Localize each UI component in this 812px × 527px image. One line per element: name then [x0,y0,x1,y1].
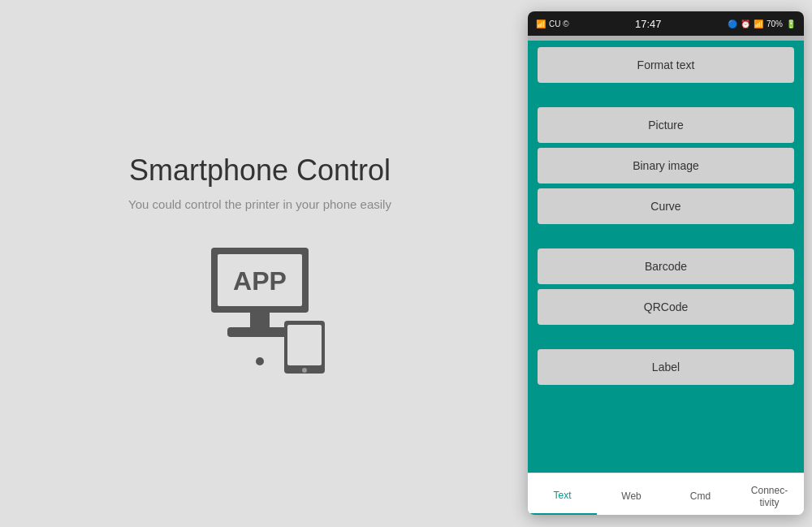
battery-text: 70% [767,19,783,28]
top-section: Format text [538,47,794,88]
svg-rect-7 [287,325,322,365]
phone-container: 📶 CU © 17:47 🔵 ⏰ 📶 70% 🔋 Format text [520,0,812,527]
svg-point-5 [256,357,264,365]
app-icon: APP [187,244,333,374]
mid-section: Picture Binary image Curve [538,107,794,229]
bottom-nav: Text Web Cmd Connec-tivity [528,473,804,515]
svg-text:APP: APP [233,266,287,296]
qrcode-button[interactable]: QRCode [538,289,794,325]
format-text-button[interactable]: Format text [538,47,794,83]
barcode-button[interactable]: Barcode [538,248,794,284]
svg-rect-3 [250,313,270,327]
svg-rect-4 [227,327,292,337]
status-bar: 📶 CU © 17:47 🔵 ⏰ 📶 70% 🔋 [528,11,804,36]
nav-connectivity[interactable]: Connec-tivity [735,473,804,515]
curve-button[interactable]: Curve [538,188,794,224]
app-title: Smartphone Control [129,153,391,188]
spacer-3 [538,336,794,349]
nav-text[interactable]: Text [528,473,597,515]
picture-button[interactable]: Picture [538,107,794,143]
wifi-icon: 📶 [754,19,763,28]
signal-icon: 📶 [536,19,546,28]
nav-cmd-label: Cmd [690,490,710,502]
nav-cmd[interactable]: Cmd [666,473,735,515]
phone: 📶 CU © 17:47 🔵 ⏰ 📶 70% 🔋 Format text [528,11,804,515]
binary-image-button[interactable]: Binary image [538,148,794,184]
app-subtitle: You could control the printer in your ph… [128,197,391,211]
bluetooth-icon: 🔵 [728,19,737,28]
left-panel: Smartphone Control You could control the… [0,121,520,406]
status-right: 🔵 ⏰ 📶 70% 🔋 [728,19,796,28]
code-section: Barcode QRCode [538,248,794,330]
nav-text-label: Text [553,490,571,501]
status-left: 📶 CU © [536,19,569,28]
status-time: 17:47 [635,18,662,30]
printer-icon: APP [187,240,333,378]
svg-point-8 [302,368,307,373]
label-section: Label [538,349,794,390]
battery-icon: 🔋 [786,19,796,28]
alarm-icon: ⏰ [741,19,750,28]
nav-web-label: Web [621,490,641,502]
nav-connectivity-label: Connec-tivity [751,485,788,508]
label-button[interactable]: Label [538,349,794,385]
spacer-1 [538,94,794,107]
spacer-2 [538,235,794,248]
phone-content: Format text Picture Binary image Curve B… [528,41,804,473]
carrier-text: CU © [549,19,569,28]
nav-web[interactable]: Web [597,473,666,515]
